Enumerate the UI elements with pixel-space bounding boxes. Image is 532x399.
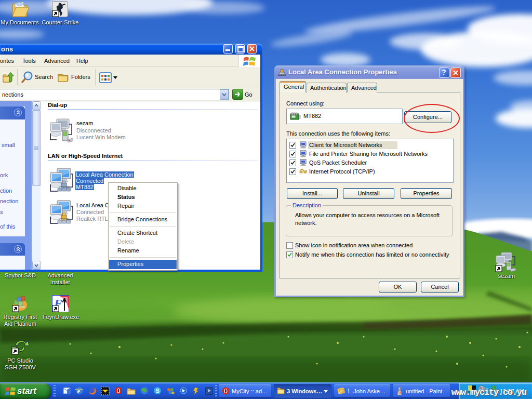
svg-text:S: S [156, 388, 159, 394]
svg-text:e: e [77, 387, 81, 395]
svg-text:tinu: tinu [18, 304, 24, 309]
